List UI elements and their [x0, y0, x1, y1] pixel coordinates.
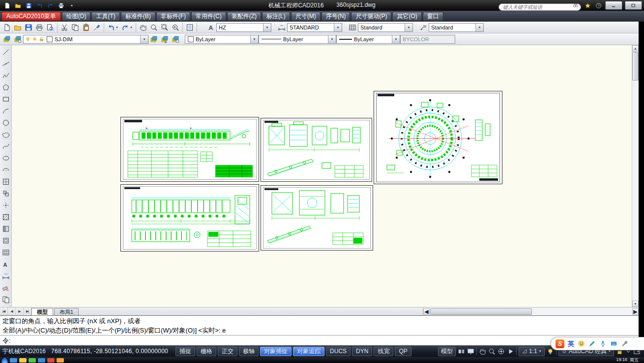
palette-rectangle[interactable] — [0, 93, 11, 105]
palette-construction-line[interactable] — [0, 58, 11, 69]
cut-button[interactable] — [59, 22, 70, 33]
model-space-canvas[interactable] — [12, 45, 632, 307]
menu-item-tools[interactable]: 工具(T) — [91, 12, 119, 21]
mic-icon[interactable] — [599, 340, 607, 347]
palette-erase[interactable] — [0, 282, 11, 293]
taskbar-app-icon[interactable] — [57, 358, 64, 363]
status-toggle-ortho[interactable]: 正交 — [218, 347, 237, 356]
search-input[interactable] — [498, 3, 581, 11]
cad-drawing-detail-sheet-b[interactable] — [261, 185, 373, 251]
palette-ellipse[interactable] — [0, 152, 11, 164]
zoom-previous-button[interactable] — [170, 22, 181, 33]
pen-icon[interactable] — [588, 340, 596, 347]
combo-arrow-icon[interactable]: ▼ — [334, 24, 342, 31]
table-style-combo[interactable]: Standard ▼ — [358, 23, 413, 32]
taskbar-app-icon[interactable] — [29, 358, 36, 363]
save-button-2[interactable] — [23, 22, 34, 33]
layer-isolate-button[interactable] — [170, 34, 181, 45]
color-combo[interactable]: ByLayer ▼ — [185, 35, 259, 44]
palette-circle[interactable] — [0, 117, 11, 128]
tab-last-button[interactable]: ▶| — [24, 307, 31, 315]
start-button[interactable] — [1, 358, 8, 363]
menu-item-serial-number[interactable]: 序号(N) — [322, 12, 351, 21]
model-space-button[interactable]: 模型 — [438, 347, 456, 356]
layer-freeze-sun-icon[interactable] — [32, 36, 37, 42]
combo-arrow-icon[interactable]: ▼ — [140, 35, 148, 43]
help-search-box[interactable] — [498, 2, 581, 9]
layer-states-button[interactable] — [12, 34, 23, 45]
palette-revision-cloud[interactable] — [0, 129, 11, 140]
status-toggle-lineweight[interactable]: 线宽 — [374, 347, 393, 356]
combo-arrow-icon[interactable]: ▼ — [250, 35, 258, 43]
menu-item-annotation[interactable]: 标注(L) — [262, 12, 290, 21]
palette-region[interactable] — [0, 235, 11, 246]
save-button[interactable] — [24, 0, 33, 10]
layer-on-bulb-icon[interactable] — [25, 36, 30, 42]
menu-item-dimension-drive[interactable]: 尺寸驱动(P) — [351, 12, 391, 21]
tab-model[interactable]: 模型 — [31, 308, 53, 315]
combo-arrow-icon[interactable]: ▼ — [405, 24, 412, 31]
open-button-2[interactable] — [12, 22, 23, 33]
minimize-button[interactable] — [605, 1, 622, 10]
linetype-combo[interactable]: ByLayer ▼ — [259, 35, 336, 44]
open-button[interactable] — [13, 0, 23, 10]
steering-wheel-icon[interactable] — [498, 348, 505, 355]
palette-hatch[interactable] — [0, 211, 11, 223]
horizontal-scrollbar[interactable]: ◀ ▶ — [423, 307, 639, 315]
text-style-combo[interactable]: HZ ▼ — [216, 23, 271, 32]
zoom-window-button[interactable] — [159, 22, 170, 33]
status-toggle-osnap[interactable]: 对象捕捉 — [260, 347, 292, 356]
horizontal-scrollbar-thumb[interactable] — [430, 308, 532, 315]
scroll-up-icon[interactable]: ▲ — [632, 45, 639, 52]
multileader-style-combo[interactable]: Standard ▼ — [429, 23, 484, 32]
quickview-layouts-icon[interactable] — [458, 348, 465, 355]
match-properties-button[interactable] — [91, 22, 102, 33]
status-toggle-otrack[interactable]: 对象追踪 — [293, 347, 324, 356]
cad-drawing-assembly-plan[interactable] — [120, 117, 259, 182]
cad-drawing-detail-sheet-a[interactable] — [261, 118, 372, 182]
palette-copy[interactable] — [0, 294, 11, 305]
palette-polygon[interactable] — [0, 82, 11, 93]
annotation-scale-button[interactable]: 1:1 ▼ — [519, 347, 545, 356]
combo-arrow-icon[interactable]: ▼ — [475, 24, 483, 31]
help-icon[interactable] — [594, 1, 603, 10]
combo-arrow-icon[interactable]: ▼ — [328, 35, 336, 43]
layer-properties-button[interactable] — [1, 34, 12, 45]
palette-table[interactable] — [0, 247, 11, 258]
menu-item-others[interactable]: 其它(O) — [392, 12, 421, 21]
layer-unlock-icon[interactable] — [39, 36, 44, 42]
scroll-right-icon[interactable]: ▶ — [632, 308, 639, 315]
print-button[interactable] — [56, 0, 66, 10]
cad-drawing-rotary-plan[interactable] — [374, 91, 502, 184]
tab-first-button[interactable]: |◀ — [0, 307, 8, 315]
taskbar-app-icon[interactable] — [19, 358, 27, 363]
palette-spline[interactable] — [0, 140, 11, 152]
palette-point[interactable] — [0, 199, 11, 211]
plot-preview-button[interactable] — [45, 22, 56, 33]
combo-arrow-icon[interactable]: ▼ — [392, 35, 400, 43]
plot-button[interactable] — [34, 22, 45, 33]
menu-item-draw[interactable]: 绘图(D) — [62, 12, 91, 21]
palette-gradient[interactable] — [0, 223, 11, 234]
menu-item-window[interactable]: 窗口 — [423, 12, 443, 21]
app-icon[interactable] — [2, 0, 12, 10]
quickview-drawings-icon[interactable] — [467, 348, 474, 355]
status-toggle-polar[interactable]: 极轴 — [239, 347, 259, 356]
star-icon[interactable] — [584, 1, 592, 10]
menu-item-common-parts[interactable]: 常用件(C) — [191, 12, 226, 21]
dim-style-combo[interactable]: STANDARD ▼ — [287, 23, 342, 32]
keyboard-icon[interactable] — [610, 340, 617, 347]
redo-button[interactable] — [45, 0, 55, 10]
tab-next-button[interactable]: ▶ — [16, 307, 24, 315]
menu-autocad2010[interactable]: AutoCAD2010菜单 — [1, 12, 61, 21]
palette-dimension[interactable] — [0, 270, 11, 281]
palette-multiline-text[interactable] — [0, 258, 11, 270]
status-toggle-ducs[interactable]: DUCS — [326, 347, 351, 356]
tab-prev-button[interactable]: ◀ — [8, 307, 16, 315]
properties-button[interactable] — [184, 22, 195, 33]
taskbar-app-icon[interactable] — [38, 358, 45, 363]
palette-ellipse-arc[interactable] — [0, 164, 11, 175]
paste-button[interactable] — [81, 22, 91, 33]
palette-line[interactable] — [0, 46, 11, 57]
ime-language-toggle[interactable]: 英 — [568, 339, 574, 348]
